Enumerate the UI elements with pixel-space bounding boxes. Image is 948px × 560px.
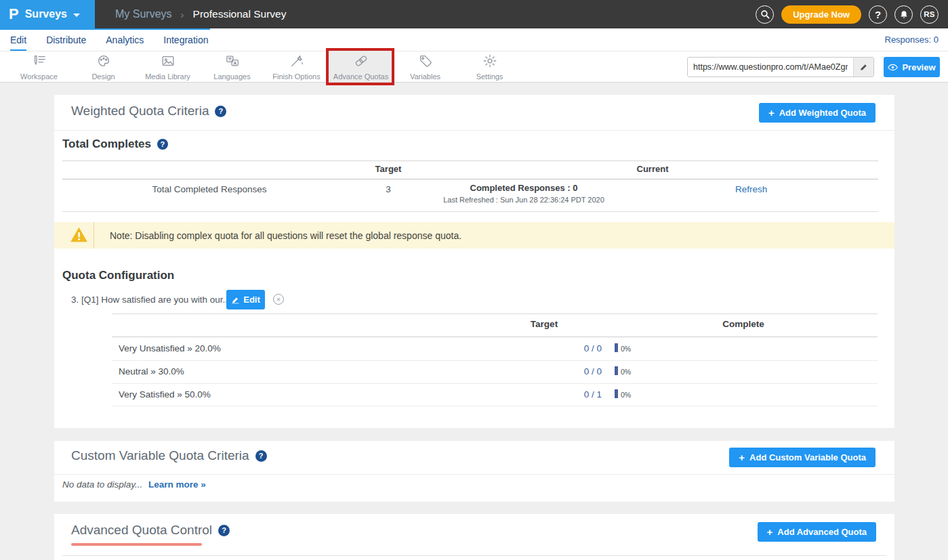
- responses-count[interactable]: Responses: 0: [885, 28, 939, 51]
- toolbar-item-settings[interactable]: Settings: [457, 51, 522, 82]
- quota-target-value: 0 / 0: [569, 343, 602, 353]
- main-content: Weighted Quota Criteria Add Weighted Quo…: [0, 83, 948, 560]
- quota-progress-bar: [615, 366, 618, 375]
- divider: [112, 383, 878, 384]
- custom-variable-quota-card: Custom Variable Quota Criteria Add Custo…: [54, 441, 894, 502]
- edit-question-button[interactable]: Edit: [226, 290, 265, 309]
- annotation-underline: [71, 543, 202, 546]
- quota-percent: 0%: [621, 368, 631, 376]
- user-avatar[interactable]: RS: [920, 5, 939, 24]
- breadcrumb-current: Professional Survey: [193, 8, 287, 20]
- total-completes-title: Total Completes: [62, 137, 168, 151]
- tab-analytics[interactable]: Analytics: [106, 28, 144, 51]
- settings-gear-icon: [482, 53, 498, 71]
- plus-icon: [739, 452, 745, 463]
- top-navbar: P Surveys My Surveys › Professional Surv…: [0, 0, 948, 28]
- quota-target-value: 0 / 0: [569, 366, 602, 376]
- breadcrumb-my-surveys[interactable]: My Surveys: [115, 8, 172, 20]
- toolbar-item-label: Finish Options: [272, 72, 320, 81]
- quota-progress-bar: [615, 343, 618, 352]
- variables-tag-icon: [417, 53, 434, 71]
- finish-options-wand-icon: [289, 53, 305, 71]
- toolbar-item-label: Design: [91, 72, 115, 81]
- quota-note-banner: Note: Disabling complex quota for all qu…: [54, 222, 894, 249]
- divider: [112, 406, 878, 406]
- edit-url-pencil-icon[interactable]: [853, 58, 873, 77]
- breadcrumb: My Surveys › Professional Survey: [115, 8, 286, 20]
- design-palette-icon: [96, 53, 112, 71]
- product-switcher[interactable]: P Surveys: [0, 0, 95, 28]
- toolbar-item-design[interactable]: Design: [71, 51, 136, 82]
- upgrade-now-button[interactable]: Upgrade Now: [781, 5, 861, 24]
- remove-question-icon[interactable]: [273, 294, 284, 305]
- divider: [54, 130, 894, 131]
- warning-icon: [70, 226, 88, 246]
- advance-quotas-chain-icon: [353, 53, 369, 71]
- column-header-target: Target: [531, 319, 558, 329]
- survey-url-input[interactable]: [688, 58, 853, 77]
- column-header-current: Current: [637, 164, 669, 174]
- toolbar-item-media-library[interactable]: Media Library: [136, 51, 200, 82]
- help-icon[interactable]: ?: [869, 5, 887, 24]
- plus-icon: [768, 107, 775, 119]
- divider: [112, 314, 878, 314]
- advanced-quota-title: Advanced Quota Control: [71, 523, 230, 538]
- quota-percent: 0%: [621, 391, 631, 399]
- last-refreshed-timestamp: Last Refreshed : Sun Jun 28 22:36:24 PDT…: [443, 196, 604, 204]
- breadcrumb-separator: ›: [181, 9, 184, 20]
- tab-distribute[interactable]: Distribute: [46, 28, 86, 51]
- toolbar-item-label: Media Library: [145, 72, 190, 81]
- tab-integration[interactable]: Integration: [163, 28, 208, 51]
- questionpro-logo: P: [9, 5, 18, 23]
- eye-icon: [888, 64, 898, 71]
- advanced-quota-card: Advanced Quota Control Add Advanced Quot…: [54, 514, 894, 560]
- divider: [112, 337, 878, 337]
- quota-note-text: Note: Disabling complex quota for all qu…: [110, 230, 461, 241]
- divider: [94, 222, 94, 249]
- toolbar-item-variables[interactable]: Variables: [393, 51, 457, 82]
- main-tabs: Edit Distribute Analytics Integration Re…: [0, 28, 948, 51]
- help-icon[interactable]: [215, 106, 226, 117]
- add-weighted-quota-button[interactable]: Add Weighted Quota: [759, 103, 875, 123]
- toolbar-item-label: Variables: [410, 72, 440, 81]
- quota-target-value: 0 / 1: [569, 389, 602, 400]
- toolbar-item-advance-quotas[interactable]: Advance Quotas: [329, 51, 393, 82]
- empty-state: No data to display... Learn more »: [62, 479, 206, 490]
- toolbar-item-languages[interactable]: Languages: [200, 51, 264, 82]
- survey-url-group: [687, 57, 874, 77]
- learn-more-link[interactable]: Learn more »: [148, 479, 206, 490]
- target-value: 3: [386, 184, 391, 194]
- plus-icon: [767, 526, 773, 538]
- refresh-link[interactable]: Refresh: [735, 184, 767, 194]
- help-icon[interactable]: [157, 139, 168, 150]
- divider: [62, 179, 878, 179]
- navbar-accent-strip: [0, 28, 210, 30]
- help-icon[interactable]: [255, 450, 267, 462]
- divider: [112, 360, 878, 361]
- column-header-complete: Complete: [722, 319, 764, 329]
- media-library-icon: [160, 53, 176, 71]
- help-icon[interactable]: [218, 525, 230, 536]
- weighted-quota-title: Weighted Quota Criteria: [71, 104, 226, 119]
- add-advanced-quota-button[interactable]: Add Advanced Quota: [758, 522, 876, 542]
- divider: [62, 555, 886, 556]
- custom-variable-quota-title: Custom Variable Quota Criteria: [71, 448, 267, 463]
- navbar-actions: Upgrade Now ? RS: [756, 5, 948, 24]
- current-status: Completed Responses : 0 Last Refreshed :…: [443, 183, 604, 204]
- preview-button[interactable]: Preview: [884, 57, 940, 77]
- toolbar-item-label: Settings: [476, 72, 503, 81]
- notifications-bell-icon[interactable]: [894, 5, 913, 24]
- add-custom-variable-quota-button[interactable]: Add Custom Variable Quota: [729, 448, 875, 467]
- total-completed-responses-label: Total Completed Responses: [152, 184, 267, 194]
- column-header-target: Target: [375, 164, 402, 174]
- toolbar-item-label: Advance Quotas: [333, 72, 388, 81]
- search-icon[interactable]: [756, 5, 774, 24]
- tab-edit[interactable]: Edit: [10, 28, 26, 51]
- languages-translate-icon: [224, 53, 241, 71]
- toolbar-item-finish-options[interactable]: Finish Options: [264, 51, 329, 82]
- divider: [54, 474, 894, 475]
- toolbar-item-workspace[interactable]: Workspace: [7, 51, 71, 82]
- completed-responses-count: Completed Responses : 0: [443, 183, 604, 193]
- toolbar-item-label: Workspace: [20, 72, 58, 81]
- divider: [62, 160, 878, 161]
